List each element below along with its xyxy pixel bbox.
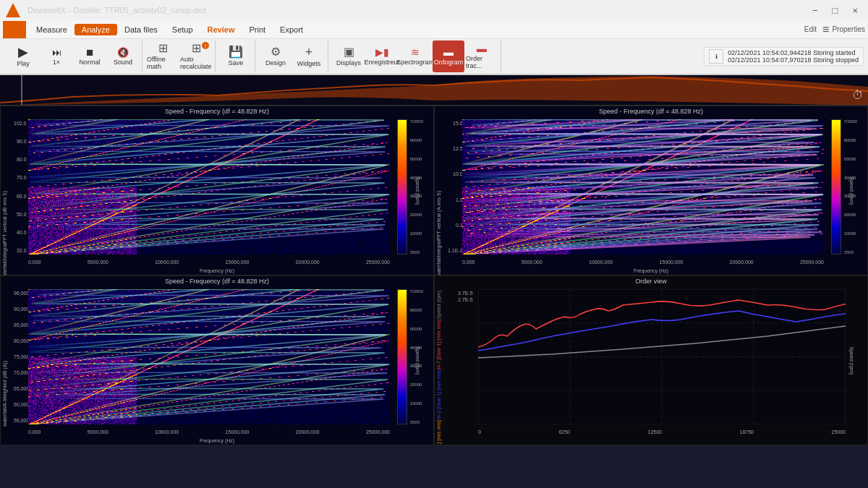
- enregistreur-button[interactable]: ▶▮ Enregistreur: [366, 40, 398, 72]
- legend-speed: Speed (rpm): [436, 291, 441, 319]
- sound-button[interactable]: 🔇 Sound: [107, 40, 139, 72]
- legend-h5: H-5 [Dom 1] [m/s rms]: [436, 420, 441, 445]
- properties-icon: ≡: [822, 23, 829, 36]
- logo-box: [3, 21, 26, 38]
- waveform-bar[interactable]: 02/12/2021 - 10:54:02 02/12/2021 - 10:54…: [0, 75, 868, 106]
- enregistreur-icon: ▶▮: [375, 47, 389, 57]
- maximize-button[interactable]: □: [828, 4, 843, 17]
- order-speed-label: Speed (rpm): [849, 346, 854, 374]
- menubar: Measure Analyze Data files Setup Review …: [0, 20, 868, 39]
- save-icon: 💾: [229, 46, 243, 58]
- menu-analyze[interactable]: Analyze: [75, 24, 117, 35]
- waveform-svg: [0, 75, 868, 105]
- panel-top-left-ylabel: waterfall/integralFFT vertical (dB rms S…: [2, 191, 7, 276]
- legend-h3: H-3 [Dom 1] [m/s rms]: [436, 369, 441, 419]
- design-group: ⚙ Design + Widgets: [257, 40, 328, 72]
- panel-top-right-yaxis: 15.0 12.5 10.0 1.0 0.1 1.1E-2: [448, 121, 463, 253]
- widgets-icon: +: [305, 46, 313, 59]
- legend-items: Speed (rpm) H-7 [Dom 1] [m/s rms] H-3 [D…: [436, 291, 441, 445]
- panel-top-left: Speed - Frequency (df = 48.828 Hz) water…: [0, 106, 434, 275]
- ordogram-button[interactable]: ▬ Ordogram: [433, 40, 464, 72]
- info-panel: ℹ 02/12/2021 10:54:02,944218 Storing sta…: [704, 47, 864, 66]
- play-icon: ▶: [18, 46, 28, 59]
- speed-rpm-label-3: Speed (rpm): [415, 346, 420, 374]
- xaxis-2: 0,000 5000,000 10000,000 15000,000 20000…: [462, 260, 824, 265]
- panel-top-right-ylabel: waterfall/integralFFT vertical (A rms S): [436, 191, 441, 276]
- auto-recalc-button[interactable]: ⊞ ! Auto recalculate: [180, 40, 212, 72]
- widgets-button[interactable]: + Widgets: [293, 40, 325, 72]
- design-icon: ⚙: [271, 46, 281, 58]
- minimize-button[interactable]: −: [808, 4, 822, 17]
- titlebar-title: DewesoftX - Datafile: TTR05_activity02_r…: [27, 6, 206, 14]
- app-logo: [6, 3, 20, 17]
- menu-print[interactable]: Print: [242, 24, 273, 35]
- panel-top-right-title: Speed - Frequency (df = 48.828 Hz): [599, 108, 703, 115]
- spectrogram-button[interactable]: ≋ Spectrogram: [399, 40, 431, 72]
- panel-bottom-left-title: Speed - Frequency (df = 48.828 Hz): [165, 278, 269, 285]
- xlabel-1: Frequency (Hz): [200, 268, 234, 273]
- menu-datafiles[interactable]: Data files: [117, 24, 165, 35]
- properties-label[interactable]: Properties: [832, 25, 865, 33]
- displays-button[interactable]: ▣ Displays: [333, 40, 365, 72]
- menu-setup[interactable]: Setup: [165, 24, 200, 35]
- offline-math-button[interactable]: ⊞ Offline math: [147, 40, 179, 72]
- order-track-button[interactable]: ▬ Order trac...: [466, 40, 498, 72]
- views-group: ▣ Displays ▶▮ Enregistreur ≋ Spectrogram…: [330, 40, 501, 72]
- menu-export[interactable]: Export: [273, 24, 310, 35]
- panel-top-left-title: Speed - Frequency (df = 48.828 Hz): [165, 108, 269, 115]
- order-view-title: Order view: [635, 278, 667, 285]
- panel-bottom-left: Speed - Frequency (df = 48.828 Hz) water…: [0, 275, 434, 445]
- panel-top-right: Speed - Frequency (df = 48.828 Hz) water…: [434, 106, 868, 275]
- order-yaxis: 3.7E-5 2.7E-5: [458, 291, 473, 302]
- info-line2: 02/12/2021 10:54:07,970218 Storing stopp…: [728, 56, 859, 64]
- colorbar-2: [831, 119, 841, 254]
- info-icon: ℹ: [709, 49, 723, 64]
- panel-top-left-yaxis: 102,0 90.0 80.0 70.0 60.0 50.0 40.0 32.0: [14, 121, 27, 253]
- spectrogram-canvas-2: [462, 119, 824, 254]
- panel-bottom-left-yaxis: 96,000 90,000 85,000 80,000 75,000 70,00…: [14, 291, 29, 423]
- panel-order-view: Order view Speed (rpm) H-7 [Dom 1] [m/s …: [434, 275, 868, 445]
- sound-icon: 🔇: [117, 48, 129, 57]
- speed-rpm-label-2: Speed (rpm): [849, 176, 854, 205]
- displays-icon: ▣: [344, 46, 354, 58]
- titlebar-controls[interactable]: − □ ×: [808, 4, 862, 17]
- play-button[interactable]: ▶ Play: [7, 40, 39, 72]
- main-layout: Speed - Frequency (df = 48.828 Hz) water…: [0, 106, 868, 445]
- 1x-icon: ⏭: [52, 48, 61, 57]
- spectrogram-canvas-1: [28, 119, 390, 254]
- auto-recalc-icon: ⊞: [192, 43, 201, 54]
- xaxis-3: 0,000 5000,000 10000,000 15000,000 20000…: [28, 429, 390, 435]
- order-xaxis: 0 6250 12500 18750 25000: [478, 429, 846, 435]
- colorbar-1: [397, 119, 407, 254]
- order-view-chart: [478, 289, 846, 424]
- legend-h7: H-7 [Dom 1] [m/s rms]: [436, 320, 441, 369]
- 1x-button[interactable]: ⏭ 1×: [41, 40, 72, 72]
- xlabel-3: Frequency (Hz): [200, 438, 234, 443]
- normal-icon: ⏹: [85, 48, 95, 57]
- xaxis-1: 0,000 5000,000 10000,000 15000,000 20000…: [28, 260, 390, 265]
- save-group: 💾 Save: [217, 40, 255, 72]
- design-button[interactable]: ⚙ Design: [260, 40, 292, 72]
- info-texts: 02/12/2021 10:54:02,944218 Storing start…: [728, 49, 859, 64]
- edit-label[interactable]: Edit: [804, 25, 817, 33]
- order-track-icon: ▬: [477, 43, 487, 53]
- save-button[interactable]: 💾 Save: [220, 40, 252, 72]
- menu-measure[interactable]: Measure: [29, 24, 75, 35]
- spectrogram-canvas-3: [28, 289, 390, 424]
- info-line1: 02/12/2021 10:54:02,944218 Storing start…: [728, 49, 859, 56]
- normal-button[interactable]: ⏹ Normal: [74, 40, 106, 72]
- close-button[interactable]: ×: [848, 4, 862, 17]
- spectrogram-icon: ≋: [411, 47, 420, 57]
- waveform-clock-icon: ⏱: [852, 89, 864, 102]
- playback-group: ▶ Play ⏭ 1× ⏹ Normal 🔇 Sound: [4, 40, 142, 72]
- offline-math-icon: ⊞: [158, 43, 168, 54]
- panel-bottom-left-ylabel: waterfall/A-Weighted (dB (A)): [2, 361, 7, 427]
- speed-rpm-label-1: Speed (rpm): [415, 176, 420, 205]
- math-group: ⊞ Offline math ⊞ ! Auto recalculate: [144, 40, 216, 72]
- menu-review[interactable]: Review: [200, 24, 242, 35]
- titlebar: DewesoftX - Datafile: TTR05_activity02_r…: [0, 0, 868, 20]
- xlabel-2: Frequency (Hz): [634, 268, 668, 273]
- colorbar-3: [397, 289, 407, 424]
- titlebar-left: DewesoftX - Datafile: TTR05_activity02_r…: [6, 3, 206, 17]
- order-view-legend: Speed (rpm) H-7 [Dom 1] [m/s rms] H-3 [D…: [436, 291, 441, 424]
